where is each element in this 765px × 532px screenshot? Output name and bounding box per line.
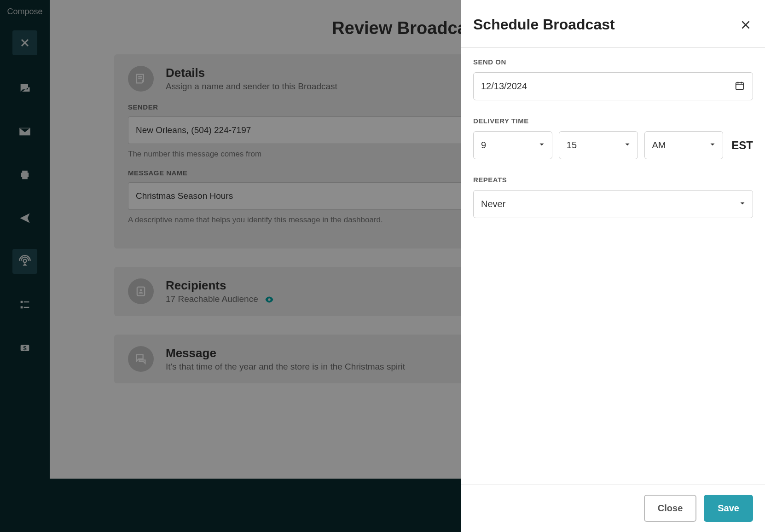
hour-select[interactable]: 9 [473, 131, 552, 159]
calendar-icon [735, 81, 745, 91]
send-on-label: SEND ON [473, 58, 753, 66]
svg-rect-4 [736, 82, 744, 89]
timezone-label: EST [730, 139, 753, 152]
repeats-label: REPEATS [473, 176, 753, 184]
modal-title: Schedule Broadcast [473, 16, 615, 33]
hour-value: 9 [473, 131, 552, 159]
delivery-time-label: DELIVERY TIME [473, 117, 753, 125]
save-button[interactable]: Save [704, 495, 753, 522]
minute-value: 15 [559, 131, 638, 159]
ampm-select[interactable]: AM [644, 131, 724, 159]
minute-select[interactable]: 15 [559, 131, 638, 159]
repeats-select[interactable]: Never [473, 190, 753, 218]
close-button[interactable]: Close [644, 495, 696, 522]
ampm-value: AM [644, 131, 724, 159]
send-on-input[interactable] [473, 72, 753, 100]
schedule-modal: Schedule Broadcast SEND ON DELIVERY TIME… [461, 0, 765, 532]
calendar-picker-button[interactable] [735, 81, 745, 93]
close-icon [740, 19, 752, 31]
repeats-value: Never [473, 190, 753, 218]
modal-close-button[interactable] [738, 17, 753, 32]
